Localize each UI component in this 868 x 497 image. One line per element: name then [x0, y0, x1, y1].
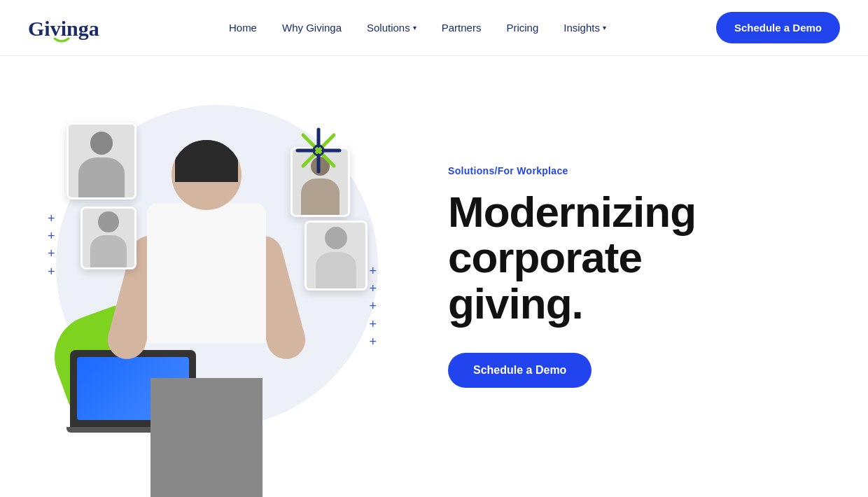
float-photo-2 [80, 206, 136, 270]
navbar: Givinga Home Why Givinga Solutions ▾ Par… [0, 0, 868, 56]
nav-cta-button[interactable]: Schedule a Demo [716, 12, 840, 43]
nav-partners[interactable]: Partners [432, 16, 491, 39]
nav-why-givinga[interactable]: Why Givinga [272, 16, 351, 39]
plus-decoration-left: ++++ [48, 210, 55, 281]
hero-title: Modernizing corporate giving. [448, 189, 826, 326]
hero-visual: ++++ +++++ [0, 56, 406, 497]
woman-shirt [147, 203, 266, 343]
nav-solutions[interactable]: Solutions ▾ [357, 16, 426, 39]
logo-svg: Givinga [28, 13, 119, 43]
hero-content: Solutions/For Workplace Modernizing corp… [406, 165, 826, 387]
nav-insights[interactable]: Insights ▾ [554, 16, 616, 39]
nav-pricing[interactable]: Pricing [496, 16, 548, 39]
logo[interactable]: Givinga [28, 13, 119, 43]
hero-cta-button[interactable]: Schedule a Demo [448, 353, 592, 388]
givinga-star-icon [294, 126, 343, 175]
float-photo-4 [304, 220, 368, 290]
hero-breadcrumb: Solutions/For Workplace [448, 165, 826, 176]
plus-decoration-right: +++++ [369, 262, 377, 351]
woman-head [172, 140, 241, 210]
solutions-caret: ▾ [413, 24, 416, 31]
hero-section: ++++ +++++ Solutions/For Workplace Moder… [0, 56, 868, 497]
nav-home[interactable]: Home [219, 16, 267, 39]
woman-lower-body [150, 378, 262, 497]
svg-text:Givinga: Givinga [28, 17, 99, 40]
insights-caret: ▾ [603, 24, 606, 31]
woman-figure [122, 119, 290, 497]
nav-links: Home Why Givinga Solutions ▾ Partners Pr… [219, 16, 616, 39]
float-photo-1 [66, 122, 136, 200]
